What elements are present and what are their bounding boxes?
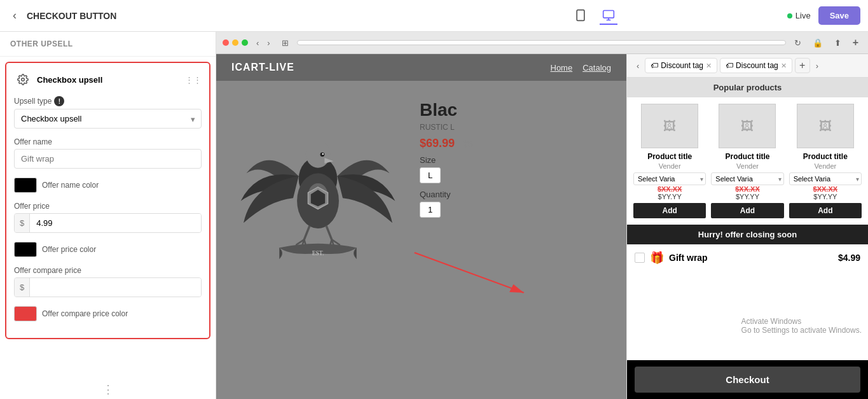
close-dot[interactable]: [223, 39, 229, 46]
variant-select-1[interactable]: Select Varia: [633, 172, 706, 185]
tabs-row: ‹ 🏷 Discount tag ✕ 🏷 Discount tag ✕ + ›: [627, 54, 868, 78]
product-price-new-1: $YY.YY: [658, 193, 682, 200]
add-tab-btn[interactable]: +: [850, 36, 862, 50]
gift-wrap-label: Gift wrap: [669, 253, 833, 263]
checkout-button[interactable]: Checkout: [635, 367, 860, 393]
tab1-close[interactable]: ✕: [706, 62, 712, 70]
back-nav-btn[interactable]: ‹: [253, 37, 262, 49]
prev-tab-btn[interactable]: ‹: [633, 60, 642, 72]
offer-price-input[interactable]: [30, 214, 201, 232]
product-card-3: 🖼 Product title Vender Select Varia ▾ $X…: [789, 104, 862, 218]
gift-wrap-price: $4.99: [838, 253, 860, 263]
url-bar[interactable]: [297, 40, 786, 45]
offer-price-symbol: $: [15, 214, 30, 232]
quantity-value[interactable]: 1: [420, 202, 441, 218]
upsell-card-header: Checkbox upsell ⋮⋮: [14, 71, 202, 88]
add-btn-2[interactable]: Add: [711, 203, 783, 218]
offer-price-color-row: Offer price color: [14, 242, 202, 257]
offer-price-color-group: Offer price color: [14, 242, 202, 257]
nav-home[interactable]: Home: [551, 63, 573, 73]
browser-nav: ‹ ›: [253, 37, 273, 49]
store-preview: ICART-LIVE Home Catalog: [216, 54, 626, 399]
product-thumb-1: 🖼: [641, 104, 698, 148]
offer-compare-price-color-swatch[interactable]: [14, 306, 37, 321]
top-bar-right: Live Save: [787, 6, 860, 25]
product-price: $69.99 $5: [420, 137, 614, 150]
products-grid: 🖼 Product title Vender Select Varia ▾ $X…: [627, 97, 868, 225]
product-card-title-1: Product title: [647, 152, 692, 161]
lock-btn[interactable]: 🔒: [809, 37, 826, 49]
product-card-vendor-3: Vender: [814, 162, 836, 170]
offer-price-label-text: Offer price: [14, 202, 50, 211]
offer-price-color-label: Offer price color: [42, 245, 96, 254]
tab2-label: Discount tag: [736, 61, 778, 70]
back-button[interactable]: ‹: [8, 6, 22, 25]
tab-discount-1[interactable]: 🏷 Discount tag ✕: [645, 58, 717, 73]
watermark-area: Activate Windows Go to Settings to activ…: [627, 271, 868, 360]
offer-compare-price-color-label: Offer compare price color: [42, 309, 128, 318]
next-tab-btn[interactable]: ›: [813, 60, 822, 72]
variant-select-2[interactable]: Select Varia: [711, 172, 783, 185]
size-value[interactable]: L: [420, 167, 441, 183]
variant-select-3[interactable]: Select Varia: [789, 172, 862, 185]
offer-price-color-swatch[interactable]: [14, 242, 37, 257]
product-price-old-1: $XX.XX: [658, 185, 682, 193]
offer-banner: Hurry! offer closing soon: [627, 225, 868, 244]
live-indicator: Live: [787, 11, 811, 20]
svg-line-15: [304, 226, 310, 240]
svg-point-10: [322, 153, 324, 155]
upsell-type-label: Upsell type !: [14, 96, 202, 106]
refresh-btn[interactable]: ↻: [791, 37, 804, 49]
add-tab-btn[interactable]: +: [795, 58, 810, 73]
offer-compare-price-color-group: Offer compare price color: [14, 306, 202, 321]
image-placeholder-icon-2: 🖼: [741, 119, 754, 134]
eagle-svg: EST.: [235, 113, 401, 278]
product-title: Blac: [420, 100, 614, 120]
share-btn[interactable]: ⬆: [831, 37, 844, 49]
checkout-row: Checkout: [627, 360, 868, 399]
svg-rect-2: [603, 10, 614, 18]
grid-view-btn[interactable]: ⊞: [279, 37, 292, 49]
preview-content: ICART-LIVE Home Catalog: [216, 54, 868, 399]
tablet-view-icon[interactable]: [572, 7, 589, 25]
forward-nav-btn[interactable]: ›: [264, 37, 273, 49]
product-info: Blac RUSTIC L $69.99 $5 Size L Quantity …: [420, 94, 614, 297]
product-price-new-2: $YY.YY: [736, 193, 759, 200]
offer-name-color-row: Offer name color: [14, 178, 202, 193]
offer-price-label: Offer price: [14, 202, 202, 211]
save-button[interactable]: Save: [818, 6, 860, 25]
product-vendor: RUSTIC L: [420, 123, 614, 132]
info-icon: !: [54, 96, 64, 106]
offer-compare-price-input[interactable]: [30, 278, 201, 297]
offer-name-label-text: Offer name: [14, 137, 52, 146]
offer-price-input-wrap: $: [14, 213, 202, 233]
offer-name-input[interactable]: [14, 149, 202, 169]
nav-catalog[interactable]: Catalog: [582, 63, 611, 73]
store-logo: ICART-LIVE: [231, 62, 294, 73]
svg-text:EST.: EST.: [312, 250, 324, 256]
gift-icon: 🎁: [650, 251, 664, 265]
add-btn-1[interactable]: Add: [633, 203, 706, 218]
desktop-view-icon[interactable]: [600, 7, 617, 25]
fullscreen-dot[interactable]: [242, 39, 248, 46]
product-thumb-2: 🖼: [719, 104, 776, 148]
add-btn-3[interactable]: Add: [789, 203, 862, 218]
product-price-new-3: $YY.YY: [813, 193, 837, 200]
gift-wrap-checkbox[interactable]: [635, 253, 645, 263]
offer-compare-price-color-row: Offer compare price color: [14, 306, 202, 321]
upsell-type-select[interactable]: Checkbox upsell Inline upsell Popup upse…: [14, 109, 202, 129]
live-dot: [787, 13, 792, 18]
tab-discount-2[interactable]: 🏷 Discount tag ✕: [720, 58, 792, 73]
tab2-close[interactable]: ✕: [781, 62, 787, 70]
right-panel: ‹ 🏷 Discount tag ✕ 🏷 Discount tag ✕ + ›: [626, 54, 868, 399]
offer-compare-price-group: Offer compare price $: [14, 266, 202, 297]
tab1-label: Discount tag: [661, 61, 703, 70]
product-price-old-3: $XX.XX: [813, 185, 838, 193]
drag-icon[interactable]: ⋮⋮: [185, 75, 202, 85]
variant-select-wrap-2: Select Varia ▾: [711, 172, 783, 185]
minimize-dot[interactable]: [232, 39, 238, 46]
offer-price-group: Offer price $: [14, 202, 202, 233]
svg-line-19: [326, 226, 332, 240]
offer-name-color-swatch[interactable]: [14, 178, 37, 193]
browser-chrome: ‹ › ⊞ ↻ 🔒 ⬆ +: [216, 32, 868, 54]
